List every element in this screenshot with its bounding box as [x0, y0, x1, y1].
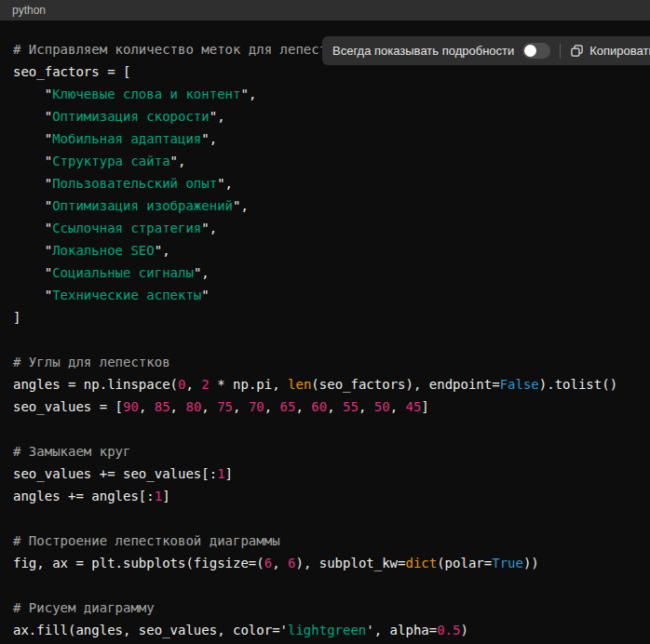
code-lines: # Исправляем количество меток для лепест…: [13, 38, 641, 641]
code-line: angles += angles[:1]: [13, 485, 641, 507]
code-line: "Мобильная адаптация",: [13, 127, 641, 150]
code-line: ax.fill(angles, seo_values, color='light…: [13, 619, 641, 641]
code-line: [13, 507, 641, 530]
code-line: "Оптимизация скорости",: [13, 105, 641, 127]
code-line: "Оптимизация изображений",: [13, 195, 641, 217]
code-block-window: python # Исправляем количество меток для…: [0, 0, 650, 644]
code-line: "Технические аспекты": [13, 284, 641, 306]
always-show-details-label: Всегда показывать подробности: [332, 44, 514, 58]
code-line: ]: [13, 306, 641, 329]
code-line: seo_values += seo_values[:1]: [13, 463, 641, 485]
copy-icon: [570, 44, 584, 58]
code-line: # Замыкаем круг: [13, 440, 641, 463]
code-toolbar: Всегда показывать подробности Копировать…: [322, 36, 650, 65]
code-line: "Локальное SEO",: [13, 239, 641, 262]
code-block: # Исправляем количество меток для лепест…: [0, 20, 650, 644]
code-header: python: [0, 0, 650, 20]
code-line: "Социальные сигналы",: [13, 262, 641, 284]
copy-code-label: Копировать код: [589, 44, 650, 58]
code-line: "Пользовательский опыт",: [13, 172, 641, 195]
code-line: "Структура сайта",: [13, 150, 641, 172]
code-line: # Углы для лепестков: [13, 351, 641, 373]
code-line: [13, 418, 641, 440]
code-line: # Построение лепестковой диаграммы: [13, 530, 641, 552]
copy-code-button[interactable]: Копировать код: [570, 44, 650, 58]
language-label: python: [12, 5, 46, 16]
toolbar-divider: [560, 44, 561, 59]
code-line: fig, ax = plt.subplots(figsize=(6, 6), s…: [13, 552, 641, 574]
toggle-knob: [524, 45, 536, 57]
code-line: "Ключевые слова и контент",: [13, 83, 641, 105]
code-line: angles = np.linspace(0, 2 * np.pi, len(s…: [13, 373, 641, 396]
details-toggle[interactable]: [522, 43, 550, 59]
code-line: seo_values = [90, 85, 80, 75, 70, 65, 60…: [13, 396, 641, 418]
code-line: [13, 574, 641, 597]
code-line: [13, 329, 641, 351]
code-line: "Ссылочная стратегия",: [13, 217, 641, 239]
code-line: # Рисуем диаграмму: [13, 597, 641, 619]
